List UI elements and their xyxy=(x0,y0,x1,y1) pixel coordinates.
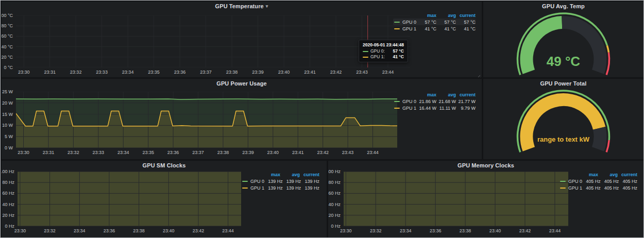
series-color-dash-icon xyxy=(394,101,400,102)
x-tick-label: 23:41 xyxy=(304,70,316,75)
y-tick-label: 80 °C xyxy=(2,23,13,28)
x-tick-label: 23:36 xyxy=(174,70,186,75)
panel-title: GPU Memory Clocks xyxy=(457,162,514,168)
y-tick-label: 100 Hz xyxy=(2,169,14,174)
series-color-dash-icon xyxy=(394,108,400,109)
x-tick-label: 23:33 xyxy=(93,150,105,155)
x-tick-label: 23:44 xyxy=(222,228,234,233)
y-tick-label: 60 Hz xyxy=(2,191,14,196)
legend-value: 57 °C xyxy=(417,20,436,25)
panel-gpu-memory-clocks: GPU Memory Clocks 0 Hz20 Hz40 Hz60 Hz80 … xyxy=(328,161,643,237)
legend-value: 57 °C xyxy=(436,20,456,25)
panel-header-gpu-temperature[interactable]: GPU Temperature▾ xyxy=(2,3,482,9)
legend-sort-max[interactable]: max xyxy=(261,172,280,177)
legend-power-usage: maxavgcurrentGPU 021.86 W21.68 W21.77 WG… xyxy=(393,91,476,111)
x-tick-label: 23:32 xyxy=(67,150,79,155)
series-color-dash-icon xyxy=(363,51,368,52)
x-tick-label: 23:33 xyxy=(96,70,108,75)
legend-sort-current[interactable]: current xyxy=(300,172,319,177)
legend-value: 139 Hz xyxy=(301,185,319,191)
y-tick-label: 20 Hz xyxy=(2,213,14,218)
tooltip-series-row: GPU 1:41 °C xyxy=(363,54,404,60)
legend-sort-max[interactable]: max xyxy=(579,172,598,177)
x-tick-label: 23:37 xyxy=(192,150,204,155)
x-tick-label: 23:37 xyxy=(200,70,212,75)
legend-row-gpu-1[interactable]: GPU 141 °C41 °C41 °C xyxy=(393,25,476,32)
temperature-chart[interactable] xyxy=(16,15,410,67)
legend-sort-avg[interactable]: avg xyxy=(436,13,456,18)
y-tick-label: 25 W xyxy=(2,89,13,94)
x-tick-label: 23:40 xyxy=(163,228,175,233)
y-tick-label: 0 °C xyxy=(4,65,13,70)
x-tick-label: 23:36 xyxy=(104,228,115,233)
legend-temperature: maxavgcurrentGPU 057 °C57 °C57 °CGPU 141… xyxy=(393,12,476,32)
power-usage-chart[interactable] xyxy=(16,92,397,148)
legend-header-row: maxavgcurrent xyxy=(393,91,476,98)
legend-value: 41 °C xyxy=(436,26,456,31)
legend-sort-current[interactable]: current xyxy=(618,172,637,177)
panel-header-gpu-power-usage[interactable]: GPU Power Usage xyxy=(2,80,482,87)
x-tick-label: 23:44 xyxy=(382,70,394,75)
y-axis: 0 °C20 °C40 °C60 °C80 °C100 °C xyxy=(2,15,14,67)
legend-value: 41 °C xyxy=(456,26,476,31)
legend-row-gpu-0[interactable]: GPU 0139 Hz139 Hz139 Hz xyxy=(241,178,319,184)
series-color-dash-icon xyxy=(560,181,566,182)
x-tick-label: 23:30 xyxy=(14,228,26,233)
series-color-dash-icon xyxy=(242,188,248,189)
legend-value: 139 Hz xyxy=(301,179,319,184)
x-tick-label: 23:35 xyxy=(148,70,160,75)
legend-value: 405 Hz xyxy=(601,185,619,191)
legend-sort-current[interactable]: current xyxy=(456,13,476,18)
power-total-gauge xyxy=(483,79,643,159)
x-tick-label: 23:36 xyxy=(430,228,442,233)
panel-gpu-temperature: GPU Temperature▾ 0 °C20 °C40 °C60 °C80 °… xyxy=(2,2,482,77)
series-name: GPU 1 xyxy=(402,26,416,31)
tooltip-series-name: GPU 0: xyxy=(370,48,385,54)
chevron-down-icon: ▾ xyxy=(266,4,268,9)
legend-row-gpu-1[interactable]: GPU 116.44 W11.11 W9.79 W xyxy=(393,105,476,111)
legend-row-gpu-0[interactable]: GPU 0405 Hz405 Hz405 Hz xyxy=(559,178,637,184)
legend-sort-current[interactable]: current xyxy=(456,92,476,97)
y-tick-label: 0 W xyxy=(5,145,13,150)
legend-sort-avg[interactable]: avg xyxy=(436,92,456,97)
tooltip-series-row: GPU 0:57 °C xyxy=(363,48,404,54)
gauge-value: range to text kW xyxy=(483,135,643,143)
x-tick-label: 23:42 xyxy=(519,228,531,233)
legend-header-row: maxavgcurrent xyxy=(241,171,319,178)
x-tick-label: 23:41 xyxy=(292,150,304,155)
x-tick-label: 23:31 xyxy=(44,70,56,75)
x-tick-label: 23:39 xyxy=(242,150,254,155)
x-tick-label: 23:34 xyxy=(117,150,129,155)
y-tick-label: 5 W xyxy=(5,134,13,139)
legend-row-gpu-0[interactable]: GPU 057 °C57 °C57 °C xyxy=(393,19,476,25)
legend-value: 41 °C xyxy=(417,26,436,31)
sm-clocks-chart[interactable] xyxy=(18,172,241,226)
panel-resize-handle[interactable] xyxy=(476,72,481,77)
panel-header-gpu-memory-clocks[interactable]: GPU Memory Clocks xyxy=(328,162,643,168)
y-axis: 0 W5 W10 W15 W20 W25 W xyxy=(2,92,14,148)
series-color-dash-icon xyxy=(394,28,400,29)
x-tick-label: 23:38 xyxy=(133,228,145,233)
x-tick-label: 23:32 xyxy=(370,228,382,233)
legend-value: 139 Hz xyxy=(283,179,301,184)
x-tick-label: 23:43 xyxy=(342,150,354,155)
legend-row-gpu-1[interactable]: GPU 1139 Hz139 Hz139 Hz xyxy=(241,184,319,191)
legend-value: 21.68 W xyxy=(436,99,456,104)
y-tick-label: 40 Hz xyxy=(328,202,341,207)
y-tick-label: 10 W xyxy=(2,123,13,128)
legend-sort-avg[interactable]: avg xyxy=(280,172,300,177)
legend-sort-max[interactable]: max xyxy=(417,92,436,97)
legend-sort-avg[interactable]: avg xyxy=(598,172,618,177)
legend-value: 11.11 W xyxy=(436,106,456,111)
legend-row-gpu-1[interactable]: GPU 1405 Hz405 Hz405 Hz xyxy=(559,184,637,191)
series-color-dash-icon xyxy=(242,181,248,182)
series-color-dash-icon xyxy=(363,57,368,58)
tooltip-time: 2020-05-01 23:44:48 xyxy=(363,42,404,48)
y-tick-label: 20 Hz xyxy=(328,213,341,218)
legend-sort-max[interactable]: max xyxy=(417,13,436,18)
panel-title: GPU Temperature xyxy=(215,3,264,9)
legend-value: 21.77 W xyxy=(456,99,476,104)
legend-row-gpu-0[interactable]: GPU 021.86 W21.68 W21.77 W xyxy=(393,98,476,105)
panel-header-gpu-sm-clocks[interactable]: GPU SM Clocks xyxy=(2,162,327,168)
memory-clocks-chart[interactable] xyxy=(344,172,568,226)
